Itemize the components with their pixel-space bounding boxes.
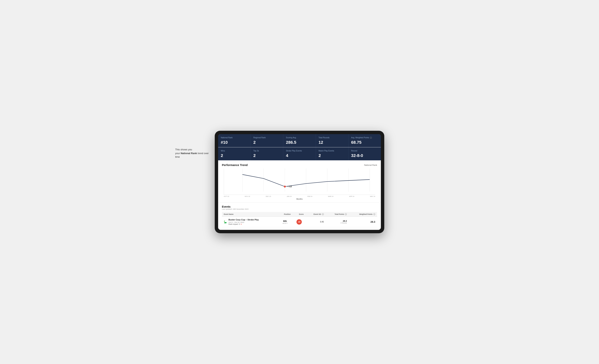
event-sg: 0.45 (306, 217, 326, 227)
chart-x-label: Months (222, 197, 377, 202)
info-icon-weighted-points: i (373, 213, 375, 215)
event-name-text: Buster Cozy Cup – Stroke Play Oct 9 – Oc… (229, 219, 259, 225)
performance-title: Performance Trend (222, 163, 248, 167)
info-icon-event-sg: i (322, 213, 324, 215)
performance-label: National Rank (364, 164, 377, 166)
stat-stroke-play-events: Stroke Play Events 4 (283, 147, 316, 160)
events-table: Event Name Position Score Event SG i Tot… (222, 212, 377, 227)
col-weighted-points: Weighted Points i (349, 212, 377, 217)
col-event-name: Event Name (222, 212, 277, 217)
stats-row-1: National Rank #10 Regional Rank 2 Scorin… (218, 134, 381, 147)
stat-avg-weighted-points: Avg. Weighted Points i 68.75 (348, 134, 381, 147)
stat-wins: Wins 2 (218, 147, 251, 160)
event-position-sub: out of 7 (279, 222, 291, 224)
event-name-cell: 🦕 Buster Cozy Cup – Stroke Play Oct 9 – … (222, 217, 277, 227)
events-table-header: Event Name Position Score Event SG i Tot… (222, 212, 377, 217)
performance-section: Performance Trend National Rank (218, 160, 381, 202)
chart-datapoint (284, 186, 286, 188)
chart-svg: • #10 (224, 169, 375, 195)
stat-regional-rank: Regional Rank 2 (251, 134, 283, 147)
col-position: Position (277, 212, 292, 217)
stats-row-2: Wins 2 Top 3s 2 Stroke Play Events 4 Mat… (218, 147, 381, 160)
stat-record: Record 32-8-0 (348, 147, 381, 160)
events-section: Events Last updated: 24th November 2023 … (218, 202, 381, 230)
info-icon-avg-weighted: i (370, 137, 372, 139)
performance-header: Performance Trend National Rank (222, 163, 377, 167)
event-score-cell: -22 (292, 217, 306, 227)
col-score: Score (292, 212, 306, 217)
stat-scoring-avg: Scoring Avg. 286.5 (283, 134, 316, 147)
rank-impact-down-icon: ▼ (240, 223, 242, 225)
chart-months: OCT 23 NOV 23 DEC 23 JAN 24 FEB 24 MAR 2… (222, 195, 377, 197)
event-position-cell: 6th out of 7 (277, 217, 292, 227)
annotation-text: This shows you your National Rank trend … (175, 148, 213, 159)
info-icon-total-points: i (345, 213, 347, 215)
event-icon: 🦕 (224, 221, 227, 223)
event-score-badge: -22 (297, 219, 302, 225)
event-date: Oct 9 – Oct 10, 2023 (229, 221, 244, 223)
stat-national-rank: National Rank #10 (218, 134, 251, 147)
tablet-frame: National Rank #10 Regional Rank 2 Scorin… (215, 131, 384, 233)
svg-text:• #10: • #10 (288, 186, 292, 188)
events-title: Events (222, 205, 377, 208)
tablet-screen: National Rank #10 Regional Rank 2 Scorin… (218, 134, 381, 230)
event-total-points-cell: 28.3 3 Rounds (326, 217, 349, 227)
event-total-rounds: 3 Rounds (327, 222, 347, 224)
col-event-sg: Event SG i (306, 212, 326, 217)
stat-top3s: Top 3s 2 (251, 147, 283, 160)
event-weighted-points: 28.3 (349, 217, 377, 227)
events-last-updated: Last updated: 24th November 2023 (222, 208, 377, 210)
event-total-points: 28.3 (327, 220, 347, 222)
event-position: 6th (279, 220, 291, 222)
col-total-points: Total Points i (326, 212, 349, 217)
stat-total-rounds: Total Rounds 12 (316, 134, 348, 147)
table-row: 🦕 Buster Cozy Cup – Stroke Play Oct 9 – … (222, 217, 377, 227)
event-rank-impact: Rank Impact: 3 ▼ (229, 223, 259, 225)
event-name: Buster Cozy Cup – Stroke Play (229, 219, 259, 221)
performance-chart: • #10 (224, 169, 375, 195)
stat-match-play-events: Match Play Events 2 (316, 147, 348, 160)
